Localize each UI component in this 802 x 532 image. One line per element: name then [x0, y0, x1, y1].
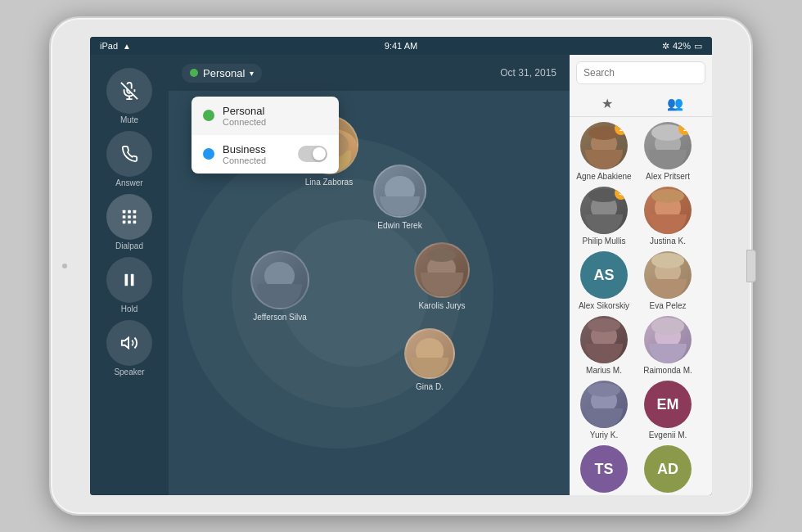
edwin-name: Edwin Terek	[377, 221, 421, 230]
contact-card-alex-s[interactable]: AS Alex Sikorskiy	[574, 251, 633, 311]
search-input[interactable]	[576, 61, 705, 84]
bluetooth-icon: ✲	[662, 41, 669, 52]
contact-card-marius[interactable]: Marius M.	[574, 316, 633, 376]
side-dot	[62, 264, 67, 268]
edwin-avatar	[373, 165, 426, 218]
bubble-jefferson[interactable]: Jefferson Silva	[250, 250, 309, 322]
main-content: Mute Answer	[90, 55, 712, 495]
tab-contacts[interactable]: 👥	[644, 91, 705, 116]
personal-dot	[203, 110, 214, 121]
dropdown-item-business[interactable]: Business Connected	[191, 135, 339, 174]
lina-name: Lina Zaboras	[305, 178, 353, 187]
business-status: Connected	[223, 156, 290, 165]
contact-card-raimonda[interactable]: Raimonda M.	[638, 316, 697, 376]
gina-name: Gina D.	[416, 382, 444, 391]
status-bar: iPad ▲ 9:41 AM ✲ 42% ▭	[90, 37, 712, 55]
wifi-icon: ▲	[123, 42, 131, 51]
svg-rect-8	[133, 215, 137, 219]
home-button[interactable]	[746, 250, 756, 282]
em-avatar: EM	[644, 381, 692, 428]
svg-rect-9	[123, 221, 126, 224]
jefferson-name: Jefferson Silva	[253, 313, 306, 322]
marius-name: Marius M.	[586, 366, 622, 376]
jefferson-avatar	[250, 250, 309, 309]
status-bar-right: ✲ 42% ▭	[662, 41, 702, 52]
svg-rect-3	[123, 210, 126, 214]
alex-p-name: Alex Pritsert	[646, 172, 690, 182]
bubble-edwin[interactable]: Edwin Terek	[373, 165, 426, 230]
account-selector[interactable]: Personal ▾ Personal Connected	[182, 64, 262, 83]
account-status-dot	[190, 69, 198, 77]
justina-name: Justina K.	[650, 237, 686, 246]
svg-rect-4	[128, 210, 131, 214]
business-text: Business Connected	[223, 143, 290, 165]
toggle-knob	[313, 147, 326, 160]
svg-rect-6	[123, 215, 126, 219]
svg-rect-10	[128, 221, 131, 224]
contact-card-ts[interactable]: TS	[574, 445, 633, 495]
contact-card-alex-p[interactable]: 1 Alex Pritsert	[638, 122, 697, 182]
justina-avatar	[644, 187, 692, 234]
karolis-avatar	[414, 242, 470, 298]
chevron-down-icon: ▾	[250, 69, 254, 78]
ipad-label: iPad	[100, 41, 118, 51]
marius-avatar	[580, 316, 628, 363]
bubble-karolis[interactable]: Karolis Jurys	[414, 242, 470, 310]
mute-button[interactable]	[106, 68, 152, 114]
left-sidebar: Mute Answer	[90, 55, 169, 495]
svg-rect-7	[128, 215, 131, 219]
account-name: Personal	[203, 67, 245, 79]
svg-marker-14	[122, 338, 128, 349]
philip-name: Philip Mullis	[583, 237, 626, 246]
eva-avatar	[644, 251, 692, 299]
contact-card-philip[interactable]: 4 Philip Mullis	[574, 187, 633, 246]
dialpad-label: Dialpad	[115, 241, 143, 250]
pause-icon	[120, 271, 138, 289]
ts-avatar: TS	[580, 445, 628, 493]
bubble-gina[interactable]: Gina D.	[404, 328, 455, 391]
ad-avatar: AD	[644, 445, 692, 493]
mic-off-icon	[120, 82, 138, 100]
account-dropdown: Personal Connected Business Connected	[191, 97, 339, 174]
speaker-button[interactable]	[106, 320, 152, 366]
contact-card-justina[interactable]: Justina K.	[638, 187, 697, 246]
karolis-name: Karolis Jurys	[418, 301, 465, 310]
business-toggle[interactable]	[298, 146, 327, 162]
search-bar	[570, 55, 712, 88]
volume-icon	[120, 334, 138, 352]
alex-s-avatar: AS	[580, 251, 628, 299]
contact-card-eva[interactable]: Eva Pelez	[638, 251, 697, 311]
hold-button[interactable]	[106, 257, 152, 303]
raimonda-name: Raimonda M.	[643, 366, 692, 376]
hold-label: Hold	[121, 304, 138, 313]
date-label: Oct 31, 2015	[500, 67, 556, 79]
personal-status: Connected	[223, 117, 327, 127]
center-panel: Personal ▾ Personal Connected	[169, 55, 570, 495]
contact-card-yuriy[interactable]: Yuriy K.	[574, 381, 633, 440]
philip-avatar: 4	[580, 187, 628, 234]
contact-card-em[interactable]: EM Evgenii M.	[638, 381, 697, 440]
answer-button[interactable]	[106, 131, 152, 177]
em-name: Evgenii M.	[649, 431, 687, 440]
svg-rect-13	[131, 274, 134, 286]
yuriy-avatar	[580, 381, 628, 428]
contact-card-ad[interactable]: AD	[638, 445, 697, 495]
agne-name: Agne Abakiene	[576, 172, 631, 182]
dialpad-button[interactable]	[106, 194, 152, 240]
dropdown-item-personal[interactable]: Personal Connected	[191, 97, 339, 135]
svg-rect-5	[133, 210, 137, 214]
mute-control: Mute	[106, 68, 152, 124]
personal-text: Personal Connected	[223, 105, 327, 127]
answer-label: Answer	[115, 178, 142, 187]
tab-favorites[interactable]: ★	[576, 91, 638, 116]
header-bar: Personal ▾ Personal Connected	[169, 55, 570, 91]
mute-label: Mute	[120, 115, 138, 124]
dialpad-control: Dialpad	[106, 194, 152, 250]
business-name: Business	[223, 143, 290, 156]
agne-badge: 1	[615, 122, 628, 135]
svg-rect-11	[133, 221, 137, 224]
alex-p-avatar: 1	[644, 122, 692, 169]
contact-card-agne[interactable]: 1 Agne Abakiene	[574, 122, 633, 182]
battery-icon: ▭	[694, 41, 702, 52]
alex-p-badge: 1	[678, 122, 692, 135]
